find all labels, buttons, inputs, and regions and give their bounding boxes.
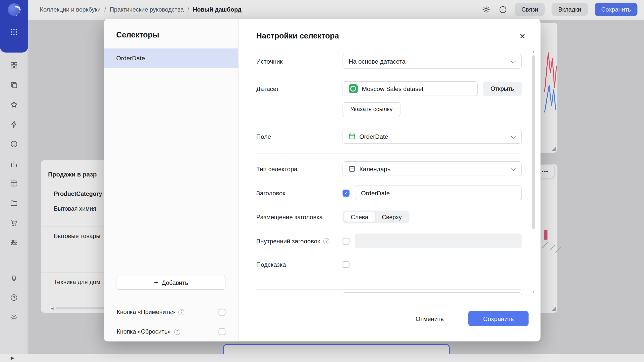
selectors-list-empty-space xyxy=(104,68,238,276)
hint-row: Подсказка xyxy=(256,258,522,271)
inner-title-help-icon[interactable]: ? xyxy=(323,238,329,244)
settings-title: Настройки селектора xyxy=(256,31,339,40)
source-row: Источник На основе датасета xyxy=(256,54,522,69)
calendar-type-icon xyxy=(349,165,355,172)
reset-button-option-label: Кнопка «Сбросить» xyxy=(117,328,171,335)
chevron-down-icon xyxy=(511,134,516,139)
inner-title-row: Внутренний заголовок ? xyxy=(256,234,522,248)
inner-title-label: Внутренний заголовок ? xyxy=(256,237,343,244)
placement-left-option[interactable]: Слева xyxy=(344,212,375,222)
chevron-down-icon xyxy=(511,166,516,171)
application-window: Коллекции и воркбуки / Практические руко… xyxy=(0,0,644,362)
scroll-down-icon[interactable]: ▼ xyxy=(532,290,535,294)
selector-type-label: Тип селектора xyxy=(256,165,343,172)
scrollbar-thumb[interactable] xyxy=(532,55,535,229)
title-input-value: OrderDate xyxy=(361,189,390,196)
field-select[interactable]: OrderDate xyxy=(343,129,522,144)
selector-type-value: Календарь xyxy=(359,165,391,172)
field-select-value: OrderDate xyxy=(359,133,388,140)
selectors-panel: Селекторы OrderDate + Добавить Кнопка «П… xyxy=(104,19,239,341)
selector-type-select[interactable]: Календарь xyxy=(343,161,522,176)
title-input[interactable]: OrderDate xyxy=(355,186,522,200)
source-label: Источник xyxy=(256,58,343,65)
dataset-row: Датасет Moscow Sales dataset Открыть xyxy=(256,81,522,96)
save-selector-button[interactable]: Сохранить xyxy=(468,311,529,326)
source-select-value: На основе датасета xyxy=(349,58,406,65)
selector-type-row: Тип селектора Календарь xyxy=(256,161,522,176)
apply-button-checkbox[interactable] xyxy=(219,308,226,315)
chevron-down-icon xyxy=(511,59,516,63)
selectors-panel-options: Кнопка «Применить» ? Кнопка «Сбросить» ? xyxy=(104,296,238,341)
operation-select[interactable] xyxy=(343,292,522,295)
specify-link-button[interactable]: Указать ссылку xyxy=(343,102,400,116)
title-checkbox[interactable]: ✓ xyxy=(343,189,350,196)
calendar-field-icon xyxy=(349,133,355,140)
hint-label: Подсказка xyxy=(256,261,343,268)
dataset-value: Moscow Sales dataset xyxy=(362,85,423,92)
title-label: Заголовок xyxy=(256,189,343,196)
field-label: Поле xyxy=(256,133,343,140)
dialog-footer: Отменить Сохранить xyxy=(239,296,541,342)
scroll-up-icon[interactable]: ▲ xyxy=(532,50,535,54)
settings-header: Настройки селектора × xyxy=(239,19,541,47)
selectors-panel-title: Селекторы xyxy=(116,30,226,39)
title-placement-segmented-control: Слева Сверху xyxy=(343,211,410,223)
inner-title-checkbox[interactable] xyxy=(343,237,350,244)
cancel-button[interactable]: Отменить xyxy=(407,311,452,326)
selector-list-item-orderdate[interactable]: OrderDate xyxy=(104,49,238,68)
source-select[interactable]: На основе датасета xyxy=(343,54,522,69)
dataset-link-row: Указать ссылку xyxy=(256,102,522,116)
title-row: Заголовок ✓ OrderDate xyxy=(256,186,522,200)
apply-button-option-label: Кнопка «Применить» xyxy=(117,309,175,315)
check-icon: ✓ xyxy=(344,190,348,196)
dataset-icon xyxy=(349,84,358,93)
add-selector-button[interactable]: + Добавить xyxy=(117,276,226,290)
settings-scrollbar: ▲ ▼ xyxy=(531,50,536,294)
placement-top-option[interactable]: Сверху xyxy=(375,212,408,222)
operation-row-clipped: Операция ? xyxy=(256,292,522,295)
form-divider xyxy=(256,289,522,290)
dataset-label: Датасет xyxy=(256,85,343,92)
reset-button-option-row: Кнопка «Сбросить» ? xyxy=(117,322,226,341)
selector-settings-dialog: Селекторы OrderDate + Добавить Кнопка «П… xyxy=(104,19,541,341)
apply-help-icon[interactable]: ? xyxy=(178,309,184,315)
field-row: Поле OrderDate xyxy=(256,129,522,144)
dataset-input[interactable]: Moscow Sales dataset xyxy=(343,81,478,96)
hint-checkbox[interactable] xyxy=(343,261,350,268)
plus-icon: + xyxy=(154,279,158,287)
selector-settings-panel: Настройки селектора × Источник На основе… xyxy=(239,19,541,341)
title-placement-label: Размещение заголовка xyxy=(256,213,343,220)
open-dataset-button[interactable]: Открыть xyxy=(483,81,521,96)
apply-button-option-row: Кнопка «Применить» ? xyxy=(117,302,226,322)
add-selector-label: Добавить xyxy=(162,280,188,286)
settings-form: Источник На основе датасета Датасет Mosc… xyxy=(239,47,541,296)
inner-title-input-disabled xyxy=(355,234,522,248)
form-divider xyxy=(256,153,522,154)
title-placement-row: Размещение заголовка Слева Сверху xyxy=(256,211,522,223)
reset-help-icon[interactable]: ? xyxy=(174,329,180,335)
reset-button-checkbox[interactable] xyxy=(219,328,226,335)
close-icon[interactable]: × xyxy=(517,30,528,42)
